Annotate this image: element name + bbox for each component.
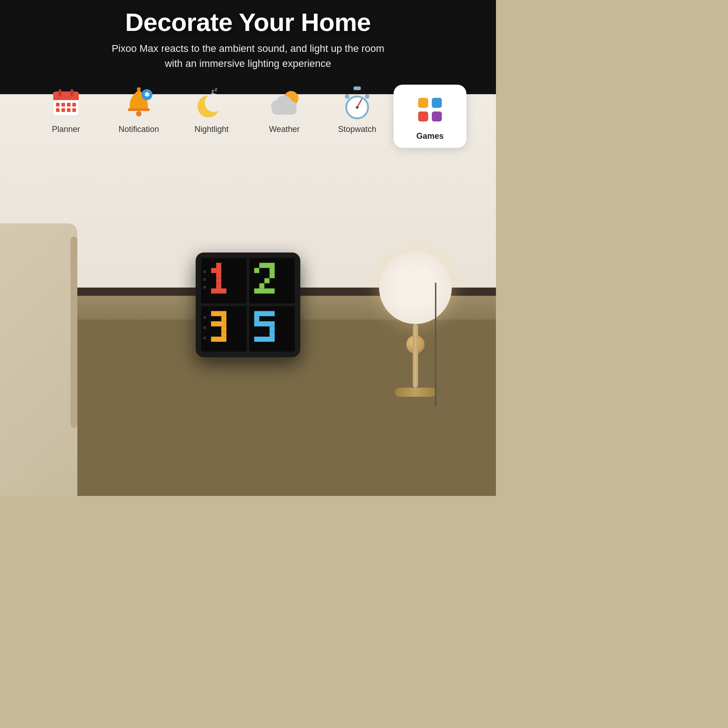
svg-rect-37 — [53, 97, 79, 100]
feature-notification-label: Notification — [118, 125, 159, 134]
feature-weather[interactable]: Weather — [248, 85, 321, 134]
svg-rect-45 — [61, 108, 65, 112]
svg-rect-61 — [272, 106, 297, 115]
feature-planner[interactable]: Planner — [30, 85, 102, 134]
games-icon — [412, 91, 448, 128]
svg-rect-46 — [67, 108, 71, 112]
feature-notification[interactable]: ✱ Notification — [102, 85, 175, 134]
svg-point-56 — [205, 94, 223, 112]
svg-rect-47 — [72, 108, 76, 112]
features-row: Planner ✱ Notification — [0, 85, 496, 148]
stopwatch-icon — [339, 85, 375, 121]
feature-weather-label: Weather — [269, 125, 300, 134]
notification-icon: ✱ — [121, 85, 157, 121]
svg-rect-71 — [432, 111, 442, 121]
svg-point-49 — [136, 111, 142, 116]
feature-stopwatch-label: Stopwatch — [338, 125, 376, 134]
svg-point-64 — [365, 94, 369, 99]
page-subtitle: Pixoo Max reacts to the ambient sound, a… — [43, 41, 453, 71]
svg-rect-42 — [67, 103, 71, 106]
feature-games-label: Games — [416, 131, 444, 141]
svg-rect-48 — [128, 108, 150, 111]
svg-rect-68 — [418, 98, 428, 108]
nightlight-icon: z z — [193, 85, 230, 121]
feature-nightlight[interactable]: z z Nightlight — [175, 85, 248, 134]
svg-rect-39 — [71, 89, 73, 96]
feature-games[interactable]: Games — [394, 85, 466, 148]
svg-rect-41 — [61, 103, 65, 106]
svg-rect-44 — [56, 108, 60, 112]
svg-rect-69 — [418, 111, 428, 121]
weather-icon — [266, 85, 303, 121]
svg-point-63 — [345, 94, 349, 99]
feature-nightlight-label: Nightlight — [194, 125, 228, 134]
page-content: Decorate Your Home Pixoo Max reacts to t… — [0, 0, 496, 496]
svg-rect-40 — [56, 103, 60, 106]
svg-text:✱: ✱ — [144, 91, 150, 98]
svg-rect-70 — [432, 98, 442, 108]
planner-icon — [48, 85, 84, 121]
svg-point-67 — [356, 106, 359, 109]
svg-rect-62 — [354, 86, 361, 90]
feature-stopwatch[interactable]: Stopwatch — [321, 85, 394, 134]
svg-rect-43 — [72, 103, 76, 106]
svg-rect-38 — [59, 89, 61, 96]
page-title: Decorate Your Home — [0, 8, 496, 36]
svg-text:z: z — [215, 86, 217, 92]
feature-planner-label: Planner — [52, 125, 80, 134]
svg-rect-50 — [137, 87, 141, 91]
header-section: Decorate Your Home Pixoo Max reacts to t… — [0, 0, 496, 71]
